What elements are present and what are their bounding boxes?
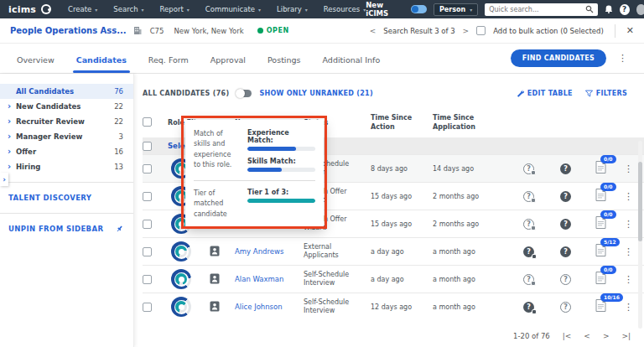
icims-logo[interactable]: icims: [8, 4, 51, 15]
candidate-name-link[interactable]: Alice Johnson: [235, 303, 304, 311]
row-kebab-icon[interactable]: ⋮: [624, 302, 636, 313]
sidebar-item-new-candidates[interactable]: ›New Candidates22: [0, 99, 133, 114]
forms-count-icon[interactable]: 0/0: [595, 216, 606, 232]
tab-overview[interactable]: Overview: [17, 44, 55, 73]
edit-table-button[interactable]: EDIT TABLE: [517, 90, 573, 97]
time-since-application: 2 months ago: [433, 220, 517, 228]
forms-count-icon[interactable]: 0/0: [595, 161, 606, 177]
tab-req-form[interactable]: Req. Form: [148, 44, 189, 73]
nav-menu-communicate[interactable]: Communicate▾: [205, 5, 261, 13]
sidebar-item-all-candidates[interactable]: All Candidates76: [0, 84, 133, 99]
row-kebab-icon[interactable]: ⋮: [624, 219, 636, 230]
row-checkbox[interactable]: [143, 164, 152, 174]
question-status-icon[interactable]: ?: [560, 246, 571, 257]
screening-question-icon[interactable]: ?: [523, 219, 534, 230]
role-fit-donut[interactable]: [171, 241, 191, 262]
tab-approval[interactable]: Approval: [210, 44, 246, 73]
row-checkbox[interactable]: [143, 247, 152, 256]
pagination-first-button[interactable]: |<: [563, 332, 572, 340]
tab-postings[interactable]: Postings: [267, 44, 301, 73]
row-kebab-icon[interactable]: ⋮: [624, 246, 636, 257]
nav-menu-create[interactable]: Create▾: [68, 5, 97, 13]
sidebar-item-talent-discovery[interactable]: TALENT DISCOVERY: [0, 190, 133, 205]
pagination-next-button[interactable]: >: [603, 332, 610, 340]
row-kebab-icon[interactable]: ⋮: [624, 191, 636, 202]
row-checkbox[interactable]: [143, 303, 152, 312]
chevron-right-icon[interactable]: ›: [8, 102, 16, 111]
resume-icon[interactable]: [210, 299, 220, 315]
row-checkbox[interactable]: [143, 220, 152, 229]
prev-result-button[interactable]: <: [370, 27, 377, 35]
next-result-button[interactable]: >: [463, 27, 470, 35]
sidebar-item-recruiter-review[interactable]: ›Recruiter Review22: [0, 114, 133, 129]
forms-count-icon[interactable]: 0/0: [595, 272, 606, 287]
row-kebab-icon[interactable]: ⋮: [624, 163, 636, 174]
tab-candidates[interactable]: Candidates: [76, 44, 127, 73]
row-checkbox[interactable]: [143, 192, 152, 201]
cell-resume: [205, 244, 235, 260]
nav-right-cluster: New iCIMS Person ▾ ? ▾: [366, 1, 644, 18]
resume-icon[interactable]: [210, 244, 220, 260]
nav-menu-search[interactable]: Search▾: [113, 5, 143, 13]
resume-icon[interactable]: [210, 272, 220, 287]
question-status-icon[interactable]: ?: [560, 219, 571, 230]
scrollbar-thumb[interactable]: [638, 162, 642, 241]
chevron-right-icon[interactable]: ›: [8, 163, 16, 171]
notification-bell-icon[interactable]: [605, 4, 613, 14]
search-scope-select[interactable]: Person ▾: [434, 3, 478, 16]
sidebar-item-offer[interactable]: ›Offer16: [0, 144, 133, 159]
row-checkbox[interactable]: [143, 275, 152, 284]
help-icon[interactable]: ?: [620, 4, 630, 15]
candidate-name-link[interactable]: Amy Andrews: [235, 247, 304, 256]
search-icon[interactable]: [585, 5, 594, 13]
req-title-link[interactable]: People Operations Ass...: [10, 26, 127, 35]
forms-count-icon[interactable]: 5/12: [595, 244, 606, 260]
chevron-down-icon: ▾: [142, 7, 144, 13]
find-candidates-button[interactable]: FIND CANDIDATES: [511, 49, 606, 67]
question-status-icon[interactable]: ?: [560, 274, 571, 285]
nav-menu-library[interactable]: Library▾: [277, 5, 308, 13]
close-icon[interactable]: ✕: [626, 25, 634, 36]
show-only-unranked-label[interactable]: SHOW ONLY UNRANKED (21): [259, 90, 372, 97]
candidate-status: Self-Schedule Interview: [304, 271, 371, 288]
bulk-action-checkbox[interactable]: [476, 26, 486, 35]
band-checkbox[interactable]: [143, 142, 152, 151]
chevron-right-icon[interactable]: ›: [8, 148, 16, 156]
screening-question-icon[interactable]: ?: [523, 191, 534, 202]
screening-question-icon[interactable]: ?: [523, 246, 534, 257]
sidebar-collapse-handle[interactable]: ›: [0, 173, 8, 186]
quick-search-input[interactable]: [489, 6, 585, 13]
col-header-time-since-action[interactable]: Time Since Action: [371, 114, 433, 132]
forms-count-badge: 0/0: [600, 183, 616, 191]
forms-count-icon[interactable]: 10/16: [595, 299, 606, 315]
new-icims-toggle[interactable]: [411, 5, 427, 13]
pagination-prev-button[interactable]: <: [584, 332, 590, 340]
select-all-checkbox[interactable]: [143, 117, 152, 127]
unpin-from-sidebar-button[interactable]: UNPIN FROM SIDEBAR: [0, 221, 133, 236]
col-header-time-since-application[interactable]: Time Since Application: [433, 114, 517, 132]
nav-menu-resources[interactable]: Resources▾: [324, 5, 366, 13]
nav-menu-report[interactable]: Report▾: [160, 5, 190, 13]
screening-question-icon[interactable]: ?: [523, 274, 534, 285]
chevron-right-icon[interactable]: ›: [8, 117, 16, 126]
sidebar-item-manager-review[interactable]: ›Manager Review3: [0, 129, 133, 144]
tab-additional-info[interactable]: Additional Info: [323, 44, 381, 73]
question-status-icon[interactable]: ?: [560, 302, 571, 313]
filters-button[interactable]: FILTERS: [585, 90, 627, 97]
show-unranked-toggle[interactable]: [236, 90, 252, 97]
row-kebab-icon[interactable]: ⋮: [624, 274, 636, 285]
question-status-icon[interactable]: ?: [560, 191, 571, 202]
pagination-last-button[interactable]: >|: [621, 332, 631, 340]
table-scrollbar[interactable]: [638, 141, 642, 329]
screening-question-icon[interactable]: ?: [523, 163, 534, 174]
question-status-icon[interactable]: ?: [560, 163, 571, 174]
role-fit-donut[interactable]: [171, 297, 191, 317]
user-avatar[interactable]: [636, 4, 644, 15]
role-fit-donut[interactable]: [171, 269, 191, 289]
screening-question-icon[interactable]: ?: [523, 302, 534, 313]
chevron-right-icon[interactable]: ›: [8, 132, 16, 141]
candidate-name-link[interactable]: Alan Waxman: [235, 275, 304, 283]
more-actions-kebab-icon[interactable]: ⋮: [618, 53, 627, 64]
forms-count-icon[interactable]: 0/0: [595, 189, 606, 205]
sidebar-item-hiring[interactable]: ›Hiring13: [0, 159, 133, 174]
